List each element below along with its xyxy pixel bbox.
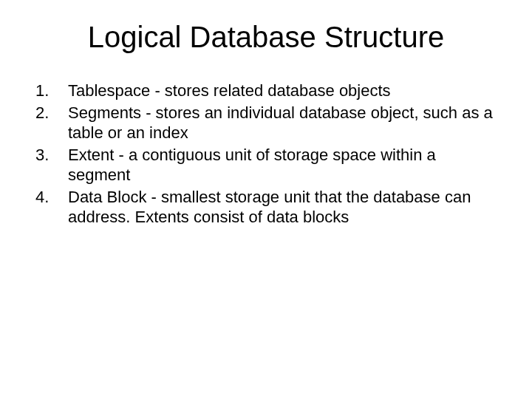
list-number: 2.: [35, 103, 68, 123]
list-item: 4. Data Block - smallest storage unit th…: [35, 187, 497, 228]
list-item: 2. Segments - stores an individual datab…: [35, 103, 497, 143]
list-text: Data Block - smallest storage unit that …: [68, 187, 497, 228]
list-item: 1. Tablespace - stores related database …: [35, 81, 497, 101]
slide: Logical Database Structure 1. Tablespace…: [0, 0, 532, 399]
list-item: 3. Extent - a contiguous unit of storage…: [35, 145, 497, 185]
numbered-list: 1. Tablespace - stores related database …: [35, 81, 497, 228]
list-number: 3.: [35, 145, 68, 166]
list-text: Tablespace - stores related database obj…: [68, 81, 497, 101]
list-text: Segments - stores an individual database…: [68, 103, 497, 143]
slide-title: Logical Database Structure: [35, 21, 497, 54]
list-number: 1.: [35, 81, 68, 101]
list-number: 4.: [35, 187, 68, 208]
list-text: Extent - a contiguous unit of storage sp…: [68, 145, 497, 185]
